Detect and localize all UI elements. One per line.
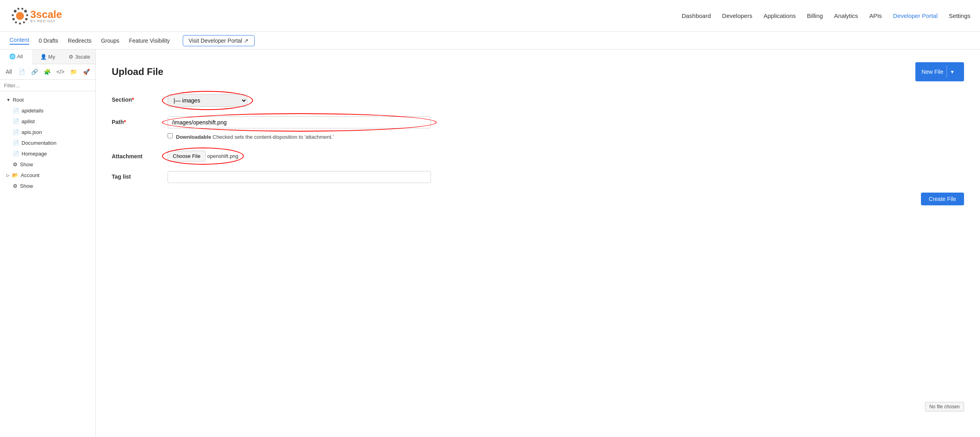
sidebar-tab-my[interactable]: 👤 My bbox=[32, 49, 64, 64]
filter-folder-btn[interactable]: 📁 bbox=[68, 67, 79, 77]
choose-file-area: Choose File openshift.png bbox=[168, 151, 964, 161]
form-section-group: Section* |— images bbox=[112, 94, 964, 107]
list-item[interactable]: 📄 Documentation bbox=[0, 138, 95, 148]
header: 3scale BY RED HAT Dashboard Developers A… bbox=[0, 0, 980, 32]
nav-developer-portal[interactable]: Developer Portal bbox=[893, 12, 938, 19]
file-selected-name: openshift.png bbox=[207, 153, 238, 159]
path-control: Downloadable Checked sets the content-di… bbox=[168, 116, 964, 141]
no-file-chosen-badge: No file chosen bbox=[925, 402, 964, 411]
list-item[interactable]: 📄 apilist bbox=[0, 116, 95, 127]
filter-code-btn[interactable]: </> bbox=[55, 67, 67, 77]
gear-icon: ⚙ bbox=[13, 183, 18, 189]
file-icon: 📄 bbox=[13, 118, 19, 124]
sidebar-tabs: 🌐 All 👤 My ⚙ 3scale bbox=[0, 49, 95, 64]
nav-developers[interactable]: Developers bbox=[722, 12, 753, 19]
list-item[interactable]: 📄 Homepage bbox=[0, 148, 95, 159]
section-control: |— images bbox=[168, 94, 964, 107]
tag-list-label: Tag list bbox=[112, 171, 168, 180]
nav-dashboard[interactable]: Dashboard bbox=[682, 12, 711, 19]
path-label: Path* bbox=[112, 116, 168, 125]
filter-rocket-btn[interactable]: 🚀 bbox=[81, 67, 92, 77]
section-select[interactable]: |— images bbox=[168, 94, 247, 107]
list-item[interactable]: 📄 apis.json bbox=[0, 127, 95, 138]
subnav-feature-visibility[interactable]: Feature Visibility bbox=[129, 37, 170, 44]
new-file-button[interactable]: New File ▾ bbox=[915, 62, 964, 81]
create-file-button[interactable]: Create File bbox=[921, 193, 964, 205]
subnav-groups[interactable]: Groups bbox=[101, 37, 119, 44]
sidebar-tab-all[interactable]: 🌐 All bbox=[0, 49, 32, 64]
svg-point-7 bbox=[23, 21, 25, 23]
user-icon: 👤 bbox=[40, 54, 47, 60]
sidebar: 🌐 All 👤 My ⚙ 3scale All 📄 🔗 🧩 </> 📁 🚀 bbox=[0, 49, 96, 437]
choose-file-button[interactable]: Choose File bbox=[168, 151, 205, 161]
svg-point-9 bbox=[15, 21, 17, 23]
gear-icon: ⚙ bbox=[13, 161, 18, 167]
filter-page-btn[interactable]: 📄 bbox=[16, 67, 27, 77]
section-select-highlight: |— images bbox=[168, 94, 247, 107]
nav-applications[interactable]: Applications bbox=[763, 12, 796, 19]
path-input-highlight bbox=[168, 116, 431, 128]
logo-name: 3scale bbox=[30, 8, 62, 20]
form-tag-group: Tag list bbox=[112, 171, 964, 183]
tree-account-label: Account bbox=[21, 172, 40, 178]
content-header: Upload File New File ▾ bbox=[112, 62, 964, 81]
visit-developer-portal-btn[interactable]: Visit Developer Portal ↗ bbox=[183, 35, 255, 46]
filter-partial-btn[interactable]: 🔗 bbox=[29, 67, 40, 77]
sidebar-filter-icons: All 📄 🔗 🧩 </> 📁 🚀 bbox=[0, 64, 95, 80]
form-attachment-group: Attachment Choose File openshift.png bbox=[112, 151, 964, 161]
svg-point-10 bbox=[12, 18, 15, 20]
svg-point-2 bbox=[18, 8, 20, 10]
filter-layout-btn[interactable]: 🧩 bbox=[41, 67, 53, 77]
svg-point-6 bbox=[25, 18, 28, 20]
downloadable-checkbox[interactable] bbox=[168, 133, 173, 138]
file-icon: 📄 bbox=[13, 108, 19, 114]
tree-show-account[interactable]: ⚙ Show bbox=[0, 181, 95, 191]
main-layout: 🌐 All 👤 My ⚙ 3scale All 📄 🔗 🧩 </> 📁 🚀 bbox=[0, 49, 980, 437]
attachment-label: Attachment bbox=[112, 151, 168, 159]
sidebar-tree: ▼ Root 📄 apidetails 📄 apilist 📄 apis.jso… bbox=[0, 91, 95, 437]
globe-icon: 🌐 bbox=[9, 53, 16, 59]
content-area: Upload File New File ▾ Section* |— image… bbox=[96, 49, 980, 437]
subnav-content[interactable]: Content bbox=[10, 37, 29, 45]
section-label: Section* bbox=[112, 94, 168, 103]
expand-icon: ▷ bbox=[6, 173, 10, 177]
new-file-dropdown-arrow[interactable]: ▾ bbox=[946, 65, 958, 78]
svg-point-5 bbox=[26, 14, 28, 16]
svg-point-4 bbox=[24, 10, 27, 12]
nav-analytics[interactable]: Analytics bbox=[834, 12, 858, 19]
tree-root-label: Root bbox=[13, 97, 24, 103]
logo-icon bbox=[10, 6, 30, 26]
file-icon: 📄 bbox=[13, 140, 19, 146]
subnav-redirects[interactable]: Redirects bbox=[68, 37, 91, 44]
attachment-control: Choose File openshift.png bbox=[168, 151, 964, 161]
form-actions: Create File bbox=[112, 193, 964, 205]
svg-point-3 bbox=[22, 8, 24, 10]
nav-billing[interactable]: Billing bbox=[807, 12, 823, 19]
tag-list-input[interactable] bbox=[168, 171, 431, 183]
filter-input[interactable] bbox=[4, 83, 91, 89]
downloadable-row: Downloadable Checked sets the content-di… bbox=[168, 133, 964, 141]
logo-text-area: 3scale BY RED HAT bbox=[30, 8, 62, 23]
file-icon: 📄 bbox=[13, 129, 19, 135]
path-input[interactable] bbox=[168, 116, 431, 128]
file-icon: 📄 bbox=[13, 151, 19, 157]
gear-icon: ⚙ bbox=[69, 54, 73, 60]
nav-settings[interactable]: Settings bbox=[949, 12, 970, 19]
svg-point-1 bbox=[14, 10, 17, 12]
subnav: Content 0 Drafts Redirects Groups Featur… bbox=[0, 32, 980, 49]
subnav-drafts[interactable]: 0 Drafts bbox=[39, 37, 58, 44]
svg-point-0 bbox=[16, 12, 24, 20]
filter-all-btn[interactable]: All bbox=[3, 67, 14, 77]
logo-area: 3scale BY RED HAT bbox=[10, 6, 62, 26]
svg-point-8 bbox=[19, 22, 21, 24]
folder-open-icon: 📂 bbox=[12, 172, 18, 178]
list-item[interactable]: 📄 apidetails bbox=[0, 105, 95, 116]
nav-apis[interactable]: APIs bbox=[869, 12, 882, 19]
tree-account[interactable]: ▷ 📂 Account bbox=[0, 170, 95, 181]
tree-show-root[interactable]: ⚙ Show bbox=[0, 159, 95, 170]
sidebar-filter bbox=[0, 80, 95, 91]
svg-point-11 bbox=[12, 14, 14, 16]
tree-root[interactable]: ▼ Root bbox=[0, 94, 95, 105]
tag-list-control bbox=[168, 171, 964, 183]
sidebar-tab-3scale[interactable]: ⚙ 3scale bbox=[63, 49, 95, 64]
